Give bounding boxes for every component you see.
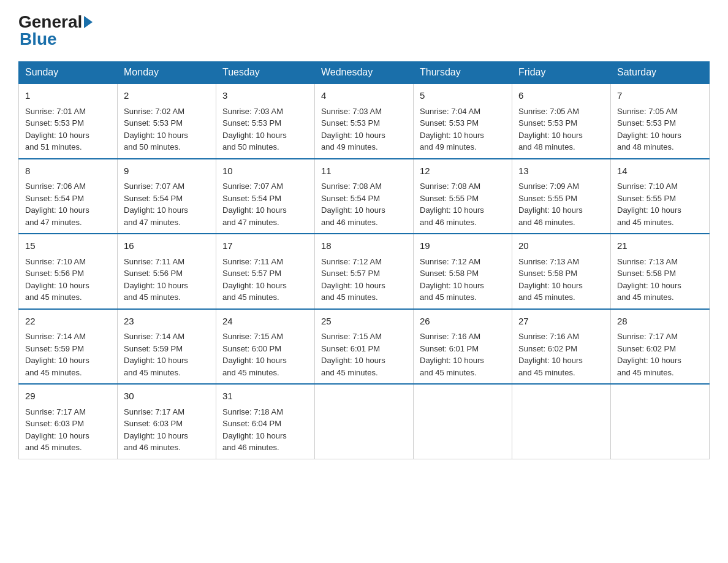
logo: General Blue	[18, 12, 94, 49]
calendar-cell: 23 Sunrise: 7:14 AMSunset: 5:59 PMDaylig…	[118, 309, 216, 385]
page-header: General Blue	[18, 12, 710, 49]
calendar-table: SundayMondayTuesdayWednesdayThursdayFrid…	[18, 61, 710, 459]
calendar-week-row: 22 Sunrise: 7:14 AMSunset: 5:59 PMDaylig…	[19, 309, 710, 385]
calendar-cell: 27 Sunrise: 7:16 AMSunset: 6:02 PMDaylig…	[512, 309, 611, 385]
day-number: 24	[222, 315, 308, 329]
calendar-cell: 25 Sunrise: 7:15 AMSunset: 6:01 PMDaylig…	[315, 309, 414, 385]
calendar-cell: 24 Sunrise: 7:15 AMSunset: 6:00 PMDaylig…	[216, 309, 315, 385]
calendar-cell: 9 Sunrise: 7:07 AMSunset: 5:54 PMDayligh…	[118, 159, 216, 234]
day-info: Sunrise: 7:15 AMSunset: 6:01 PMDaylight:…	[321, 332, 385, 377]
weekday-header-sunday: Sunday	[19, 62, 118, 84]
day-info: Sunrise: 7:03 AMSunset: 5:53 PMDaylight:…	[222, 107, 287, 152]
day-number: 5	[420, 89, 506, 103]
day-number: 18	[321, 239, 407, 253]
calendar-week-row: 1 Sunrise: 7:01 AMSunset: 5:53 PMDayligh…	[19, 83, 710, 159]
calendar-cell: 18 Sunrise: 7:12 AMSunset: 5:57 PMDaylig…	[315, 234, 414, 309]
day-info: Sunrise: 7:05 AMSunset: 5:53 PMDaylight:…	[617, 107, 681, 152]
day-number: 13	[518, 164, 604, 178]
day-number: 11	[321, 164, 407, 178]
calendar-cell: 17 Sunrise: 7:11 AMSunset: 5:57 PMDaylig…	[216, 234, 315, 309]
day-info: Sunrise: 7:04 AMSunset: 5:53 PMDaylight:…	[420, 107, 484, 152]
day-number: 12	[420, 164, 506, 178]
day-info: Sunrise: 7:17 AMSunset: 6:03 PMDaylight:…	[124, 407, 188, 453]
logo-blue: Blue	[20, 29, 57, 48]
day-info: Sunrise: 7:02 AMSunset: 5:53 PMDaylight:…	[124, 107, 188, 152]
calendar-cell: 28 Sunrise: 7:17 AMSunset: 6:02 PMDaylig…	[611, 309, 710, 385]
calendar-week-row: 8 Sunrise: 7:06 AMSunset: 5:54 PMDayligh…	[19, 159, 710, 234]
day-info: Sunrise: 7:13 AMSunset: 5:58 PMDaylight:…	[518, 257, 583, 302]
day-info: Sunrise: 7:07 AMSunset: 5:54 PMDaylight:…	[124, 182, 188, 227]
day-number: 1	[25, 89, 111, 103]
day-info: Sunrise: 7:08 AMSunset: 5:55 PMDaylight:…	[420, 182, 484, 227]
day-info: Sunrise: 7:15 AMSunset: 6:00 PMDaylight:…	[222, 332, 287, 377]
calendar-cell: 16 Sunrise: 7:11 AMSunset: 5:56 PMDaylig…	[118, 234, 216, 309]
calendar-cell: 12 Sunrise: 7:08 AMSunset: 5:55 PMDaylig…	[414, 159, 512, 234]
calendar-cell: 1 Sunrise: 7:01 AMSunset: 5:53 PMDayligh…	[19, 83, 118, 159]
weekday-header-wednesday: Wednesday	[315, 62, 414, 84]
calendar-cell	[414, 384, 512, 459]
day-info: Sunrise: 7:08 AMSunset: 5:54 PMDaylight:…	[321, 182, 385, 227]
day-number: 10	[222, 164, 308, 178]
day-info: Sunrise: 7:05 AMSunset: 5:53 PMDaylight:…	[518, 107, 583, 152]
weekday-header-tuesday: Tuesday	[216, 62, 315, 84]
day-info: Sunrise: 7:09 AMSunset: 5:55 PMDaylight:…	[518, 182, 583, 227]
day-info: Sunrise: 7:18 AMSunset: 6:04 PMDaylight:…	[222, 407, 287, 453]
day-number: 29	[25, 389, 111, 404]
day-info: Sunrise: 7:13 AMSunset: 5:58 PMDaylight:…	[617, 257, 681, 302]
weekday-header-thursday: Thursday	[414, 62, 512, 84]
day-number: 25	[321, 315, 407, 329]
calendar-cell	[512, 384, 611, 459]
day-info: Sunrise: 7:11 AMSunset: 5:57 PMDaylight:…	[222, 257, 287, 302]
day-info: Sunrise: 7:17 AMSunset: 6:03 PMDaylight:…	[25, 407, 89, 453]
calendar-cell: 2 Sunrise: 7:02 AMSunset: 5:53 PMDayligh…	[118, 83, 216, 159]
day-info: Sunrise: 7:16 AMSunset: 6:01 PMDaylight:…	[420, 332, 484, 377]
weekday-header-monday: Monday	[118, 62, 216, 84]
weekday-header-row: SundayMondayTuesdayWednesdayThursdayFrid…	[19, 62, 710, 84]
calendar-cell: 14 Sunrise: 7:10 AMSunset: 5:55 PMDaylig…	[611, 159, 710, 234]
day-info: Sunrise: 7:11 AMSunset: 5:56 PMDaylight:…	[124, 257, 188, 302]
calendar-cell: 22 Sunrise: 7:14 AMSunset: 5:59 PMDaylig…	[19, 309, 118, 385]
day-number: 26	[420, 315, 506, 329]
calendar-cell: 6 Sunrise: 7:05 AMSunset: 5:53 PMDayligh…	[512, 83, 611, 159]
day-info: Sunrise: 7:03 AMSunset: 5:53 PMDaylight:…	[321, 107, 385, 152]
calendar-cell: 30 Sunrise: 7:17 AMSunset: 6:03 PMDaylig…	[118, 384, 216, 459]
day-number: 8	[25, 164, 111, 178]
calendar-cell: 26 Sunrise: 7:16 AMSunset: 6:01 PMDaylig…	[414, 309, 512, 385]
day-info: Sunrise: 7:14 AMSunset: 5:59 PMDaylight:…	[25, 332, 89, 377]
day-number: 27	[518, 315, 604, 329]
day-info: Sunrise: 7:17 AMSunset: 6:02 PMDaylight:…	[617, 332, 681, 377]
day-info: Sunrise: 7:07 AMSunset: 5:54 PMDaylight:…	[222, 182, 287, 227]
day-info: Sunrise: 7:12 AMSunset: 5:58 PMDaylight:…	[420, 257, 484, 302]
weekday-header-saturday: Saturday	[611, 62, 710, 84]
calendar-cell: 21 Sunrise: 7:13 AMSunset: 5:58 PMDaylig…	[611, 234, 710, 309]
logo-arrow-icon	[84, 16, 93, 28]
calendar-cell: 31 Sunrise: 7:18 AMSunset: 6:04 PMDaylig…	[216, 384, 315, 459]
calendar-cell: 3 Sunrise: 7:03 AMSunset: 5:53 PMDayligh…	[216, 83, 315, 159]
day-info: Sunrise: 7:10 AMSunset: 5:55 PMDaylight:…	[617, 182, 681, 227]
calendar-week-row: 29 Sunrise: 7:17 AMSunset: 6:03 PMDaylig…	[19, 384, 710, 459]
calendar-cell: 5 Sunrise: 7:04 AMSunset: 5:53 PMDayligh…	[414, 83, 512, 159]
day-number: 16	[124, 239, 210, 253]
day-number: 2	[124, 89, 210, 103]
day-number: 28	[617, 315, 703, 329]
day-info: Sunrise: 7:14 AMSunset: 5:59 PMDaylight:…	[124, 332, 188, 377]
day-number: 20	[518, 239, 604, 253]
day-number: 30	[124, 389, 210, 404]
calendar-cell: 4 Sunrise: 7:03 AMSunset: 5:53 PMDayligh…	[315, 83, 414, 159]
calendar-cell: 15 Sunrise: 7:10 AMSunset: 5:56 PMDaylig…	[19, 234, 118, 309]
day-number: 17	[222, 239, 308, 253]
day-number: 3	[222, 89, 308, 103]
day-info: Sunrise: 7:06 AMSunset: 5:54 PMDaylight:…	[25, 182, 89, 227]
calendar-cell: 11 Sunrise: 7:08 AMSunset: 5:54 PMDaylig…	[315, 159, 414, 234]
calendar-cell: 8 Sunrise: 7:06 AMSunset: 5:54 PMDayligh…	[19, 159, 118, 234]
day-number: 4	[321, 89, 407, 103]
day-number: 22	[25, 315, 111, 329]
calendar-cell	[315, 384, 414, 459]
day-info: Sunrise: 7:16 AMSunset: 6:02 PMDaylight:…	[518, 332, 583, 377]
calendar-cell	[611, 384, 710, 459]
calendar-week-row: 15 Sunrise: 7:10 AMSunset: 5:56 PMDaylig…	[19, 234, 710, 309]
day-number: 9	[124, 164, 210, 178]
day-info: Sunrise: 7:12 AMSunset: 5:57 PMDaylight:…	[321, 257, 385, 302]
day-number: 19	[420, 239, 506, 253]
day-number: 15	[25, 239, 111, 253]
